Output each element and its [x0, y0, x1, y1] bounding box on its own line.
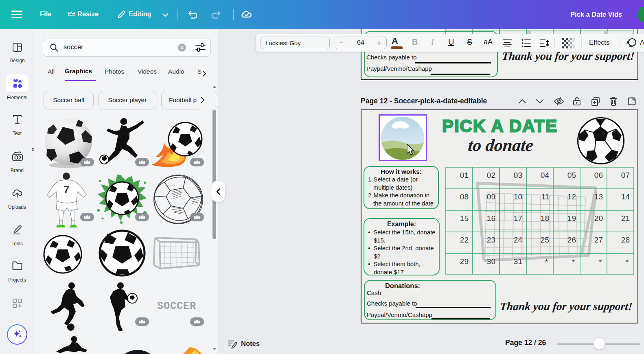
svg-text:04: 04	[541, 171, 550, 179]
svg-text:*: *	[572, 258, 575, 267]
svg-text:21: 21	[621, 214, 630, 223]
svg-text:17: 17	[514, 214, 522, 223]
svg-text:25: 25	[541, 236, 549, 244]
svg-text:23: 23	[487, 236, 495, 244]
svg-text:08: 08	[460, 192, 469, 201]
svg-text:15: 15	[460, 214, 469, 223]
svg-text:07: 07	[621, 171, 630, 179]
svg-text:20: 20	[594, 214, 603, 223]
svg-text:10: 10	[514, 192, 522, 201]
svg-text:24: 24	[514, 236, 523, 244]
svg-text:*: *	[626, 258, 629, 267]
svg-text:19: 19	[567, 214, 576, 223]
svg-text:29: 29	[460, 257, 469, 266]
svg-text:*: *	[599, 258, 602, 267]
svg-text:05: 05	[567, 171, 576, 179]
svg-text:01: 01	[460, 171, 469, 179]
svg-text:27: 27	[594, 236, 603, 244]
svg-text:09: 09	[487, 192, 495, 201]
svg-text:22: 22	[460, 236, 469, 244]
svg-text:16: 16	[487, 214, 495, 223]
svg-text:12: 12	[567, 192, 576, 201]
svg-text:11: 11	[541, 192, 549, 201]
svg-text:02: 02	[487, 171, 495, 179]
svg-text:31: 31	[514, 257, 522, 266]
svg-text:26: 26	[567, 236, 576, 244]
svg-text:*: *	[545, 258, 548, 266]
svg-text:30: 30	[487, 257, 495, 266]
svg-text:06: 06	[594, 171, 603, 179]
svg-text:7: 7	[64, 184, 69, 196]
svg-text:18: 18	[541, 214, 549, 223]
svg-text:14: 14	[621, 192, 630, 201]
svg-text:13: 13	[594, 192, 603, 201]
svg-text:28: 28	[621, 236, 630, 244]
svg-text:03: 03	[514, 171, 522, 179]
